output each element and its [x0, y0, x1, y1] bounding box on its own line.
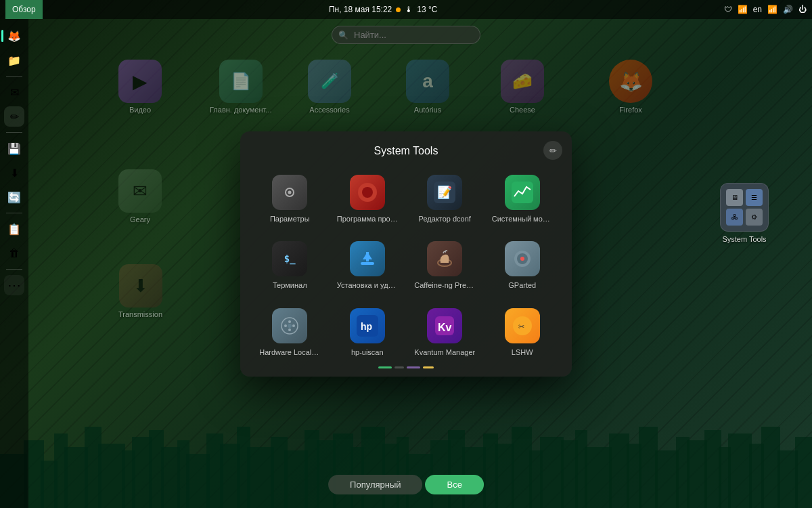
scroll-indicator: [254, 362, 558, 370]
svg-point-13: [520, 257, 524, 261]
svg-point-18: [292, 324, 295, 327]
apps-grid: ПараметрыПрограмма прос...📝Редактор dcon…: [254, 168, 558, 362]
app-label-kvantum: Kvantum Manager: [414, 347, 475, 357]
app-label-sysmon: Системный мони...: [492, 214, 553, 224]
app-item-lshw[interactable]: ✂LSHW: [487, 301, 559, 362]
svg-rect-6: [512, 182, 533, 203]
app-item-sysmon[interactable]: Системный мони...: [487, 168, 559, 229]
app-icon-hardware: [272, 308, 307, 343]
app-icon-dconf: 📝: [427, 175, 462, 210]
scroll-dot-1: [378, 366, 392, 368]
app-icon-install: [350, 241, 385, 276]
app-icon-program: [350, 175, 385, 210]
app-item-terminal[interactable]: $_Терминал: [254, 234, 326, 295]
app-label-install: Установка и удал...: [337, 280, 398, 290]
svg-rect-9: [366, 252, 369, 261]
app-item-install[interactable]: Установка и удал...: [332, 234, 404, 295]
app-icon-terminal: $_: [272, 241, 307, 276]
modal-edit-button[interactable]: ✏: [543, 141, 562, 160]
svg-point-1: [288, 191, 292, 194]
app-item-dconf[interactable]: 📝Редактор dconf: [409, 168, 481, 229]
app-label-terminal: Терминал: [273, 280, 307, 290]
app-item-gparted[interactable]: GParted: [487, 234, 559, 295]
app-label-lshw: LSHW: [512, 347, 533, 357]
modal-overlay: System Tools ✏ ПараметрыПрограмма прос..…: [0, 0, 812, 508]
app-label-program: Программа прос...: [337, 214, 398, 224]
app-label-caffeine: Caffeine-ng Prefe...: [414, 280, 475, 290]
svg-text:📝: 📝: [437, 185, 453, 200]
svg-point-3: [362, 187, 373, 198]
app-item-hp[interactable]: hphp-uiscan: [332, 301, 404, 362]
desktop: Обзор Пн, 18 мая 15:22 🌡 13 °C 🛡 📶 en 📶 …: [0, 0, 812, 508]
app-label-gparted: GParted: [508, 280, 536, 290]
modal-title: System Tools: [254, 145, 558, 157]
app-label-hardware: Hardware Locality...: [259, 347, 320, 357]
svg-rect-7: [361, 262, 374, 265]
app-item-caffeine[interactable]: Caffeine-ng Prefe...: [409, 234, 481, 295]
svg-text:hp: hp: [361, 321, 372, 332]
app-item-parametry[interactable]: Параметры: [254, 168, 326, 229]
app-icon-kvantum: Kv: [427, 308, 462, 343]
app-item-program[interactable]: Программа прос...: [332, 168, 404, 229]
app-item-kvantum[interactable]: KvKvantum Manager: [409, 301, 481, 362]
app-label-parametry: Параметры: [270, 214, 310, 224]
app-icon-gparted: [505, 241, 540, 276]
scroll-dot-4: [423, 366, 434, 368]
system-tools-modal: System Tools ✏ ПараметрыПрограмма прос..…: [240, 131, 572, 377]
app-label-dconf: Редактор dconf: [419, 214, 471, 224]
app-icon-sysmon: [505, 175, 540, 210]
scroll-dot-2: [394, 366, 404, 368]
svg-point-15: [288, 320, 291, 323]
app-label-hp: hp-uiscan: [351, 347, 384, 357]
svg-text:Kv: Kv: [438, 322, 452, 333]
svg-point-16: [288, 329, 291, 331]
app-icon-hp: hp: [350, 308, 385, 343]
svg-point-17: [284, 324, 287, 327]
scroll-dot-3: [407, 366, 420, 368]
app-icon-lshw: ✂: [505, 308, 540, 343]
svg-text:✂: ✂: [518, 322, 524, 331]
svg-point-19: [288, 324, 292, 328]
app-item-hardware[interactable]: Hardware Locality...: [254, 301, 326, 362]
app-icon-parametry: [272, 175, 307, 210]
app-icon-caffeine: [427, 241, 462, 276]
